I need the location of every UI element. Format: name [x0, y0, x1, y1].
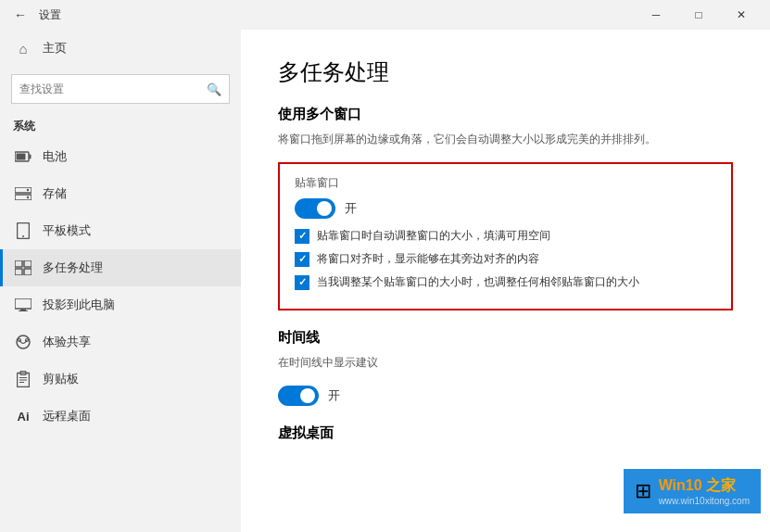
- snap-checkbox-2[interactable]: ✓: [295, 252, 309, 267]
- svg-rect-12: [24, 269, 32, 275]
- svg-rect-14: [20, 310, 26, 311]
- sidebar-item-storage[interactable]: 存储: [0, 175, 241, 212]
- svg-rect-3: [15, 187, 32, 193]
- sidebar-item-storage-label: 存储: [43, 185, 67, 202]
- sidebar-search-box[interactable]: 🔍: [11, 74, 230, 104]
- snap-checkbox-label-2: 将窗口对齐时，显示能够在其旁边对齐的内容: [317, 251, 539, 267]
- svg-rect-11: [15, 269, 22, 275]
- snap-checkbox-row-3[interactable]: ✓ 当我调整某个贴靠窗口的大小时，也调整任何相邻贴靠窗口的大小: [295, 274, 716, 290]
- content-area: 多任务处理 使用多个窗口 将窗口拖到屏幕的边缘或角落，它们会自动调整大小以形成完…: [241, 30, 770, 532]
- window-controls: ─ □ ✕: [635, 0, 763, 30]
- check-mark-2: ✓: [298, 253, 307, 265]
- storage-icon: [13, 187, 33, 200]
- section1-heading: 使用多个窗口: [278, 106, 733, 123]
- svg-rect-13: [15, 298, 32, 309]
- snap-toggle-label: 开: [345, 200, 357, 217]
- main-layout: ⌂ 主页 🔍 系统 电池 存储 平板模: [0, 30, 770, 532]
- svg-rect-4: [15, 195, 32, 200]
- page-title: 多任务处理: [278, 57, 733, 87]
- snap-checkbox-label-3: 当我调整某个贴靠窗口的大小时，也调整任何相邻贴靠窗口的大小: [317, 274, 639, 290]
- watermark-title-colored: 之家: [706, 477, 736, 493]
- battery-icon: [13, 151, 33, 162]
- sidebar-item-project[interactable]: 投影到此电脑: [0, 286, 241, 323]
- svg-rect-1: [30, 155, 32, 159]
- close-button[interactable]: ✕: [720, 0, 763, 30]
- snap-checkbox-label-1: 贴靠窗口时自动调整窗口的大小，填满可用空间: [317, 228, 550, 244]
- sidebar-item-multitasking[interactable]: 多任务处理: [0, 249, 241, 286]
- watermark-title: Win10 之家: [659, 476, 750, 496]
- snap-toggle-row: 开: [295, 198, 716, 219]
- section1-desc: 将窗口拖到屏幕的边缘或角落，它们会自动调整大小以形成完美的并排排列。: [278, 131, 733, 147]
- watermark-logo: ⊞: [635, 479, 651, 503]
- watermark: ⊞ Win10 之家 www.win10xitong.com: [624, 469, 761, 513]
- sidebar-item-tablet[interactable]: 平板模式: [0, 212, 241, 249]
- svg-rect-15: [19, 310, 28, 311]
- sidebar-item-battery[interactable]: 电池: [0, 138, 241, 175]
- sidebar-item-battery-label: 电池: [43, 148, 67, 165]
- titlebar: ← 设置 ─ □ ✕: [0, 0, 770, 30]
- check-mark-1: ✓: [298, 230, 307, 242]
- svg-point-16: [17, 336, 30, 348]
- snap-checkbox-row-1[interactable]: ✓ 贴靠窗口时自动调整窗口的大小，填满可用空间: [295, 228, 716, 244]
- svg-rect-22: [19, 380, 27, 381]
- svg-rect-23: [19, 382, 24, 383]
- snap-checkbox-1[interactable]: ✓: [295, 229, 309, 244]
- check-mark-3: ✓: [298, 276, 307, 288]
- watermark-text: Win10 之家 www.win10xitong.com: [659, 476, 750, 506]
- svg-rect-21: [19, 377, 27, 378]
- snap-box-title: 贴靠窗口: [295, 175, 716, 191]
- sidebar-item-multitasking-label: 多任务处理: [43, 260, 103, 276]
- timeline-toggle-thumb: [300, 388, 315, 403]
- sidebar-item-clipboard[interactable]: 剪贴板: [0, 361, 241, 398]
- sidebar-item-project-label: 投影到此电脑: [43, 297, 115, 313]
- watermark-title-plain: Win10: [659, 477, 706, 493]
- tablet-icon: [13, 222, 33, 239]
- svg-point-6: [27, 196, 29, 198]
- svg-rect-9: [15, 260, 22, 267]
- sidebar-item-remote[interactable]: Ai 远程桌面: [0, 398, 241, 435]
- toggle-thumb: [317, 201, 332, 216]
- back-button[interactable]: ←: [7, 2, 33, 28]
- svg-rect-2: [17, 154, 26, 160]
- snap-checkbox-3[interactable]: ✓: [295, 275, 309, 290]
- sidebar-item-home[interactable]: ⌂ 主页: [0, 30, 241, 67]
- sidebar-item-tablet-label: 平板模式: [43, 222, 91, 239]
- svg-point-8: [22, 235, 24, 237]
- sidebar: ⌂ 主页 🔍 系统 电池 存储 平板模: [0, 30, 241, 532]
- section2-heading: 时间线: [278, 329, 733, 347]
- search-icon: 🔍: [207, 82, 221, 96]
- sidebar-item-home-label: 主页: [43, 40, 67, 57]
- sidebar-section-label: 系统: [0, 111, 241, 138]
- home-icon: ⌂: [13, 41, 33, 57]
- minimize-button[interactable]: ─: [635, 0, 677, 30]
- experience-icon: [13, 334, 33, 350]
- sidebar-item-experience[interactable]: 体验共享: [0, 323, 241, 361]
- maximize-button[interactable]: □: [677, 0, 720, 30]
- project-icon: [13, 298, 33, 311]
- titlebar-title: 设置: [39, 7, 61, 23]
- multitasking-icon: [13, 260, 33, 275]
- snap-checkbox-row-2[interactable]: ✓ 将窗口对齐时，显示能够在其旁边对齐的内容: [295, 251, 716, 267]
- sidebar-item-clipboard-label: 剪贴板: [43, 371, 79, 387]
- sidebar-item-experience-label: 体验共享: [43, 334, 91, 350]
- snap-toggle[interactable]: [295, 198, 335, 219]
- svg-point-5: [27, 189, 29, 191]
- timeline-toggle-row: 开: [278, 386, 733, 406]
- sidebar-item-remote-label: 远程桌面: [43, 408, 91, 424]
- section3-heading: 虚拟桌面: [278, 424, 733, 442]
- section2-desc: 在时间线中显示建议: [278, 354, 733, 371]
- timeline-toggle[interactable]: [278, 386, 319, 406]
- clipboard-icon: [13, 371, 33, 387]
- watermark-url: www.win10xitong.com: [659, 496, 750, 506]
- snap-box: 贴靠窗口 开 ✓ 贴靠窗口时自动调整窗口的大小，填满可用空间 ✓: [278, 162, 733, 310]
- timeline-toggle-label: 开: [328, 387, 340, 404]
- remote-icon: Ai: [13, 410, 33, 424]
- search-input[interactable]: [19, 82, 207, 95]
- svg-rect-10: [24, 260, 32, 267]
